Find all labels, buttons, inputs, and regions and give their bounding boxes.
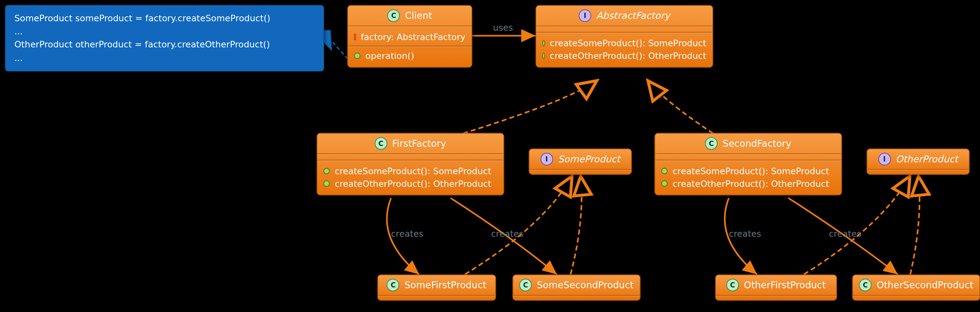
note-line: ... xyxy=(14,52,314,65)
class-title: I SomeProduct xyxy=(529,149,631,169)
class-method: createSomeProduct(): SomeProduct xyxy=(542,37,706,49)
visibility-public-icon xyxy=(323,168,330,174)
class-name: SomeSecondProduct xyxy=(537,279,634,291)
separator xyxy=(317,153,504,155)
class-name: SecondFactory xyxy=(723,138,792,149)
separator xyxy=(536,26,713,27)
note-callout: SomeProduct someProduct = factory.create… xyxy=(5,5,324,71)
visibility-public-icon xyxy=(354,53,360,59)
class-method: operation() xyxy=(354,49,466,62)
class-method: createSomeProduct(): SomeProduct xyxy=(661,165,835,177)
class-method: createSomeProduct(): SomeProduct xyxy=(323,165,497,177)
edge-firstfactory-realizes-abstractfactory xyxy=(463,80,597,133)
edge-othersecond-realizes-otherproduct xyxy=(910,175,920,274)
class-title: C SomeFirstProduct xyxy=(378,275,495,295)
class-title: C SecondFactory xyxy=(655,133,842,153)
class-first-factory: C FirstFactory createSomeProduct(): Some… xyxy=(316,133,504,195)
class-name: OtherSecondProduct xyxy=(877,279,973,291)
class-name: Client xyxy=(405,10,432,22)
interface-stereotype-icon: I xyxy=(540,153,553,166)
edge-label-creates: creates xyxy=(391,229,423,239)
interface-stereotype-icon: I xyxy=(579,9,591,22)
class-stereotype-icon: C xyxy=(519,279,532,292)
class-title: C FirstFactory xyxy=(317,133,504,153)
class-method: createOtherProduct(): OtherProduct xyxy=(542,49,706,62)
class-members: factory: AbstractFactory operation() xyxy=(348,27,472,67)
visibility-public-icon xyxy=(661,180,667,186)
class-stereotype-icon: C xyxy=(387,279,400,292)
note-link xyxy=(328,38,347,58)
edge-somesecond-realizes-someproduct xyxy=(570,175,581,274)
edge-label-creates: creates xyxy=(829,229,861,239)
interface-stereotype-icon: I xyxy=(878,153,891,166)
class-members: createSomeProduct(): SomeProduct createO… xyxy=(536,33,713,67)
class-attribute: factory: AbstractFactory xyxy=(354,31,466,43)
class-name: SomeFirstProduct xyxy=(404,279,486,291)
class-method: createOtherProduct(): OtherProduct xyxy=(661,177,835,190)
separator xyxy=(348,46,472,47)
class-name: FirstFactory xyxy=(392,138,446,149)
edge-secondfactory-realizes-abstractfactory xyxy=(648,80,713,133)
class-members: createSomeProduct(): SomeProduct createO… xyxy=(317,161,504,195)
visibility-public-icon xyxy=(323,180,330,186)
visibility-public-icon xyxy=(542,40,545,46)
class-members: createSomeProduct(): SomeProduct createO… xyxy=(655,161,842,195)
edge-label-creates: creates xyxy=(729,229,761,239)
class-title: C SomeSecondProduct xyxy=(513,275,640,295)
class-name: OtherFirstProduct xyxy=(744,279,826,291)
separator xyxy=(655,153,842,155)
edge-label-creates: creates xyxy=(491,229,523,239)
class-stereotype-icon: C xyxy=(726,279,739,292)
class-other-second-product: C OtherSecondProduct xyxy=(852,274,980,301)
class-title: C Client xyxy=(348,6,472,26)
class-other-first-product: C OtherFirstProduct xyxy=(715,274,837,301)
visibility-private-icon xyxy=(354,34,356,40)
class-stereotype-icon: C xyxy=(859,279,872,292)
class-method: createOtherProduct(): OtherProduct xyxy=(323,177,497,190)
note-line: ... xyxy=(14,25,314,38)
class-abstract-factory: I AbstractFactory createSomeProduct(): S… xyxy=(536,5,713,67)
visibility-public-icon xyxy=(542,53,545,59)
class-stereotype-icon: C xyxy=(705,137,718,150)
class-name: AbstractFactory xyxy=(596,10,670,22)
class-title: I OtherProduct xyxy=(867,149,969,169)
edge-label-uses: uses xyxy=(493,22,513,33)
class-some-first-product: C SomeFirstProduct xyxy=(377,274,496,301)
class-some-product: I SomeProduct xyxy=(529,148,632,175)
note-line: SomeProduct someProduct = factory.create… xyxy=(14,12,314,25)
class-title: C OtherFirstProduct xyxy=(716,275,837,295)
class-second-factory: C SecondFactory createSomeProduct(): Som… xyxy=(655,133,842,195)
note-line: OtherProduct otherProduct = factory.crea… xyxy=(14,38,314,51)
class-other-product: I OtherProduct xyxy=(866,148,970,175)
class-name: OtherProduct xyxy=(896,153,958,165)
class-some-second-product: C SomeSecondProduct xyxy=(512,274,641,301)
class-stereotype-icon: C xyxy=(374,137,387,150)
visibility-public-icon xyxy=(661,168,667,174)
class-name: SomeProduct xyxy=(558,153,620,165)
class-stereotype-icon: C xyxy=(388,9,400,22)
class-client: C Client factory: AbstractFactory operat… xyxy=(347,5,472,67)
class-title: C OtherSecondProduct xyxy=(853,275,980,295)
class-title: I AbstractFactory xyxy=(536,6,713,26)
